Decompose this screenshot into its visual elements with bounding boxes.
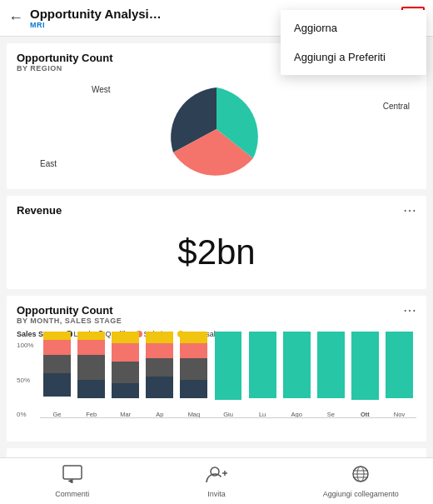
pie-chart-svg bbox=[158, 79, 275, 179]
bar-group-giu: Giu bbox=[211, 332, 245, 418]
bar-qualify-ago bbox=[283, 362, 311, 383]
y-label-100: 100% bbox=[17, 342, 33, 349]
y-label-50: 50% bbox=[17, 377, 33, 384]
bar-lead-ago bbox=[283, 383, 311, 398]
bar-stack-ap bbox=[142, 332, 177, 408]
bar-qualify-ge bbox=[43, 355, 71, 373]
bar-group-mag: Mag bbox=[177, 332, 211, 418]
card1-subtitle: BY REGION bbox=[17, 64, 113, 72]
bar-group-se: Se bbox=[314, 332, 348, 418]
bar-group-ago: Ago bbox=[280, 332, 314, 418]
bar-solution-ott bbox=[351, 347, 379, 370]
bar-solution-feb bbox=[77, 340, 105, 355]
nav-invite-label: Invita bbox=[207, 490, 226, 498]
y-axis-labels: 100% 50% 0% bbox=[17, 342, 33, 418]
bar-qualify-lu bbox=[249, 358, 276, 377]
bar-solution-mag bbox=[180, 343, 207, 358]
nav-add-link[interactable]: Aggiungi collegamento bbox=[289, 465, 433, 498]
bar-proposal-feb bbox=[77, 332, 105, 340]
bar-qualify-mag bbox=[180, 358, 207, 380]
bar-qualify-mar bbox=[112, 362, 139, 383]
bar-chart-area: 100% 50% 0% Ge bbox=[17, 342, 416, 433]
bar-chart-wrapper: 100% 50% 0% Ge bbox=[17, 342, 416, 433]
comments-icon bbox=[62, 465, 82, 487]
main-content: Opportunity Count BY REGION ⋯ West Centr… bbox=[0, 37, 433, 457]
bar-group-ap: Ap bbox=[142, 332, 177, 418]
bar-group-feb: Feb bbox=[74, 332, 108, 418]
bar-stack-feb bbox=[74, 332, 108, 408]
bar-group-ge: Ge bbox=[40, 332, 74, 418]
bar-solution-ge bbox=[43, 340, 71, 355]
card2-more-button[interactable]: ⋯ bbox=[403, 204, 416, 217]
card3-title: Opportunity Count bbox=[17, 304, 122, 317]
bar-proposal-ott bbox=[351, 332, 379, 347]
bar-stack-mar bbox=[108, 332, 142, 408]
bar-stack-giu bbox=[211, 332, 245, 408]
card1-title: Opportunity Count bbox=[17, 52, 113, 64]
nav-add-link-label: Aggiungi collegamento bbox=[323, 490, 399, 498]
bar-proposal-ap bbox=[146, 332, 173, 343]
bar-lead-nov bbox=[386, 380, 413, 398]
bar-solution-giu bbox=[215, 347, 242, 362]
svg-rect-0 bbox=[63, 466, 82, 479]
pie-label-east: East bbox=[40, 159, 57, 168]
bar-proposal-mar bbox=[112, 332, 139, 343]
card2-title: Revenue bbox=[17, 204, 62, 217]
bar-solution-ago bbox=[283, 347, 311, 362]
dropdown-item-preferiti[interactable]: Aggiungi a Preferiti bbox=[281, 42, 426, 72]
bar-qualify-feb bbox=[77, 355, 105, 380]
opportunity-count-region-size-card: Opportunity Count BY REGION, OPPORTUNITY… bbox=[7, 448, 426, 457]
bar-lead-mag bbox=[180, 380, 207, 398]
nav-comments[interactable]: Commenti bbox=[0, 465, 144, 498]
bar-solution-lu bbox=[249, 343, 276, 358]
bar-stack-ge bbox=[40, 332, 74, 408]
nav-invite[interactable]: Invita bbox=[144, 465, 288, 498]
bar-stack-se bbox=[314, 332, 348, 408]
y-label-0: 0% bbox=[17, 411, 33, 418]
add-link-icon bbox=[350, 465, 371, 487]
bar-lead-giu bbox=[215, 385, 242, 400]
back-button[interactable]: ← bbox=[8, 9, 23, 27]
bar-proposal-ge bbox=[43, 332, 71, 340]
bar-group-mar: Mar bbox=[108, 332, 142, 418]
bar-qualify-ap bbox=[146, 358, 173, 377]
bar-proposal-ago bbox=[283, 332, 311, 347]
bar-stack-ott bbox=[348, 332, 382, 408]
bar-solution-se bbox=[317, 343, 345, 358]
bar-proposal-lu bbox=[249, 332, 276, 343]
card4-more-button[interactable]: ⋯ bbox=[403, 457, 416, 457]
nav-comments-label: Commenti bbox=[55, 490, 89, 498]
dropdown-item-aggiorna[interactable]: Aggiorna bbox=[281, 13, 426, 42]
bar-stack-mag bbox=[177, 332, 211, 408]
bar-lead-ge bbox=[43, 373, 71, 397]
bottom-nav: Commenti Invita Aggiungi collegamento bbox=[0, 457, 433, 504]
bar-qualify-se bbox=[317, 358, 345, 380]
bar-lead-ott bbox=[351, 385, 379, 400]
bar-lead-feb bbox=[77, 380, 105, 398]
pie-label-west: West bbox=[92, 85, 111, 94]
bar-lead-lu bbox=[249, 377, 276, 398]
pie-label-central: Central bbox=[383, 102, 410, 111]
bar-group-ott: Ott bbox=[348, 332, 382, 418]
bar-solution-ap bbox=[146, 343, 173, 358]
revenue-card: Revenue ⋯ $2bn bbox=[7, 196, 426, 289]
context-menu: Aggiorna Aggiungi a Preferiti bbox=[281, 10, 426, 75]
x-axis-line bbox=[40, 417, 416, 418]
bar-solution-nov bbox=[386, 343, 413, 362]
bar-group-lu: Lu bbox=[246, 332, 280, 418]
bar-qualify-ott bbox=[351, 370, 379, 385]
bar-proposal-nov bbox=[386, 332, 413, 343]
card3-more-button[interactable]: ⋯ bbox=[403, 304, 416, 317]
bar-lead-ap bbox=[146, 377, 173, 398]
bar-qualify-nov bbox=[386, 362, 413, 380]
bar-stack-nov bbox=[382, 332, 416, 408]
bar-proposal-se bbox=[317, 332, 345, 343]
bar-lead-se bbox=[317, 380, 345, 398]
invite-icon bbox=[206, 465, 227, 487]
bar-lead-mar bbox=[112, 383, 139, 398]
bar-solution-mar bbox=[112, 343, 139, 362]
bar-stack-ago bbox=[280, 332, 314, 408]
pie-chart: West Central East bbox=[17, 72, 416, 181]
revenue-value: $2bn bbox=[17, 217, 416, 281]
bar-qualify-giu bbox=[215, 362, 242, 385]
